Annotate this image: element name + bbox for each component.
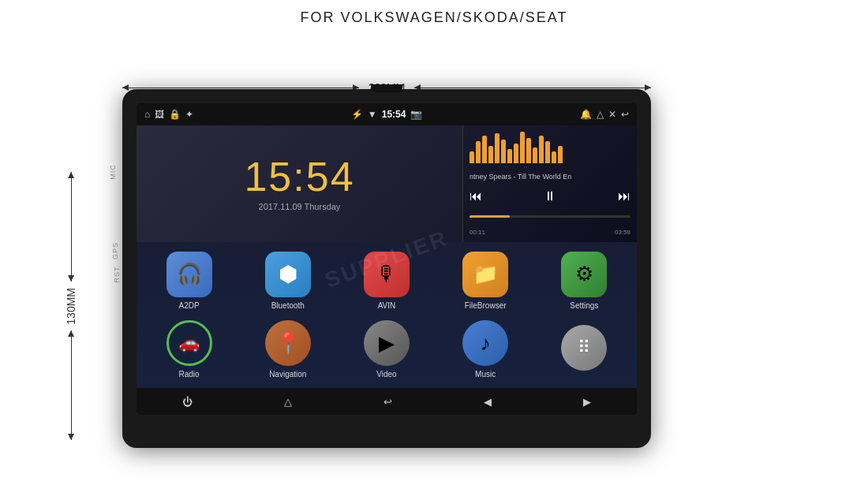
dim-h-arrow-right: [414, 88, 651, 88]
music-progress: 00:11 03:58: [470, 229, 630, 236]
bluetooth-status-icon: ⚡: [351, 109, 363, 120]
app-bluetooth-label: Bluetooth: [271, 301, 305, 310]
prev-button[interactable]: ⏮: [470, 189, 482, 203]
app-radio[interactable]: 🚗 Radio: [166, 320, 212, 379]
next-nav-button[interactable]: ▶: [583, 396, 591, 408]
app-settings-label: Settings: [570, 301, 598, 310]
app-filebrowser-icon: 📁: [462, 252, 508, 297]
main-content: 15:54 2017.11.09 Thursday ntney Spears -…: [137, 125, 637, 388]
diagram-container: 220MM 130MM MIC GPS RST ⌂ 🖼 🔒 ✦ ⚡: [0, 30, 868, 479]
app-more-icon: ⠿: [561, 325, 607, 371]
apps-grid: 🎧 A2DP ⬢ Bluetooth 🎙 AVIN 📁: [137, 242, 637, 388]
dim-v-arrow-top: [71, 172, 72, 282]
dim-v-arrow-bottom: [71, 330, 72, 440]
time-elapsed: 00:11: [470, 229, 485, 236]
volume-icon[interactable]: 🔔: [580, 109, 592, 120]
dimension-v-line: 130MM: [65, 172, 77, 440]
screen: ⌂ 🖼 🔒 ✦ ⚡ ▼ 15:54 📷 🔔 △ ✕ ↩: [137, 103, 637, 415]
next-button[interactable]: ⏭: [618, 189, 630, 203]
label-rst: RST: [113, 267, 121, 283]
app-radio-icon: 🚗: [166, 320, 212, 366]
app-settings-icon: ⚙: [561, 252, 607, 297]
app-navigation[interactable]: 📍 Navigation: [265, 320, 311, 379]
app-filebrowser[interactable]: 📁 FileBrowser: [462, 252, 508, 310]
music-controls: ⏮ ⏸ ⏭: [470, 189, 630, 203]
clock-time: 15:54: [244, 156, 354, 197]
eject-icon: △: [597, 109, 604, 120]
app-more[interactable]: ⠿: [561, 325, 607, 375]
app-radio-label: Radio: [179, 370, 200, 379]
app-nav-icon: 📍: [265, 320, 311, 366]
app-avin-label: AVIN: [378, 301, 396, 310]
apps-row-2: 🚗 Radio 📍 Navigation ▶ Video: [140, 318, 634, 382]
nav-bar: ⏻ △ ↩ ◀ ▶: [137, 388, 637, 415]
app-video-label: Video: [376, 370, 396, 379]
app-bluetooth[interactable]: ⬢ Bluetooth: [265, 252, 311, 310]
wifi-icon: ▼: [368, 109, 377, 120]
close-icon[interactable]: ✕: [608, 109, 616, 120]
equalizer: [470, 132, 630, 163]
progress-fill: [470, 215, 510, 218]
app-music[interactable]: ♪ Music: [462, 320, 508, 379]
lock-icon: 🔒: [169, 109, 181, 120]
device: MIC GPS RST ⌂ 🖼 🔒 ✦ ⚡ ▼ 15:54 📷: [122, 89, 651, 448]
music-widget[interactable]: ntney Spears - Till The World En ⏮ ⏸ ⏭ 0…: [463, 125, 637, 242]
app-nav-label: Navigation: [269, 370, 306, 379]
status-time: 15:54: [382, 109, 406, 120]
app-a2dp-icon: 🎧: [166, 252, 212, 297]
label-gps: GPS: [111, 242, 119, 259]
status-left: ⌂ 🖼 🔒 ✦: [144, 109, 193, 120]
prev-nav-button[interactable]: ◀: [484, 396, 492, 408]
home-nav-button[interactable]: △: [284, 396, 292, 408]
dimension-v-label: 130MM: [65, 282, 77, 331]
home-icon[interactable]: ⌂: [144, 109, 150, 120]
usb-icon: ✦: [185, 109, 193, 120]
app-avin[interactable]: 🎙 AVIN: [364, 252, 410, 310]
time-total: 03:58: [615, 229, 630, 236]
music-title: ntney Spears - Till The World En: [470, 173, 630, 181]
progress-bar[interactable]: [470, 215, 630, 218]
status-center: ⚡ ▼ 15:54 📷: [351, 109, 423, 120]
app-settings[interactable]: ⚙ Settings: [561, 252, 607, 310]
app-bluetooth-icon: ⬢: [265, 252, 311, 297]
status-bar: ⌂ 🖼 🔒 ✦ ⚡ ▼ 15:54 📷 🔔 △ ✕ ↩: [137, 103, 637, 125]
image-icon: 🖼: [155, 109, 164, 120]
device-bump: [371, 84, 402, 92]
dim-h-arrow-left: [122, 88, 359, 88]
play-pause-button[interactable]: ⏸: [544, 189, 556, 203]
android-back-icon[interactable]: ↩: [621, 109, 629, 120]
clock-date: 2017.11.09 Thursday: [259, 202, 341, 211]
app-a2dp-label: A2DP: [179, 301, 200, 310]
apps-row-1: 🎧 A2DP ⬢ Bluetooth 🎙 AVIN 📁: [140, 248, 634, 313]
clock-widget: 15:54 2017.11.09 Thursday: [137, 125, 463, 242]
label-mic: MIC: [109, 164, 117, 180]
app-avin-icon: 🎙: [364, 252, 410, 297]
widgets-row: 15:54 2017.11.09 Thursday ntney Spears -…: [137, 125, 637, 242]
app-filebrowser-label: FileBrowser: [465, 301, 507, 310]
power-button[interactable]: ⏻: [182, 396, 193, 408]
status-right: 🔔 △ ✕ ↩: [580, 109, 629, 120]
app-music-icon: ♪: [462, 320, 508, 366]
app-a2dp[interactable]: 🎧 A2DP: [166, 252, 212, 310]
back-nav-button[interactable]: ↩: [383, 396, 392, 408]
app-video[interactable]: ▶ Video: [364, 320, 410, 379]
camera-icon: 📷: [410, 109, 422, 120]
app-music-label: Music: [475, 370, 496, 379]
page-title: FOR VOLKSWAGEN/SKODA/SEAT: [0, 0, 868, 26]
app-video-icon: ▶: [364, 320, 410, 366]
